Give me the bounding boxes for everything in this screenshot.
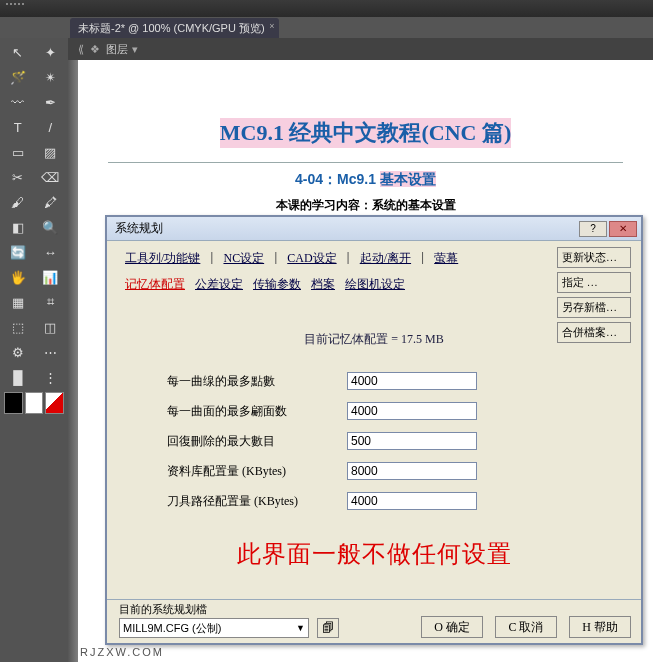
- curvature-tool-icon[interactable]: ✒: [35, 90, 67, 114]
- doc-subnote: 本课的学习内容：系统的基本设置: [108, 197, 623, 214]
- rotate-tool-icon[interactable]: 🔄: [2, 240, 34, 264]
- chevron-down-icon: ▼: [296, 623, 305, 633]
- help-button[interactable]: H 帮助: [569, 616, 631, 638]
- merge-file-button[interactable]: 合併檔案…: [557, 322, 631, 343]
- label-curve-points: 每一曲缐的最多點數: [167, 373, 347, 390]
- selection-tool-icon[interactable]: ↖: [2, 40, 34, 64]
- fill-tool-icon[interactable]: █: [2, 365, 34, 389]
- form-row-toolpath-kb: 刀具路径配置量 (KBytes): [167, 486, 531, 516]
- input-undelete[interactable]: [347, 432, 477, 450]
- tools-panel: ↖ ✦ 🪄 ✴ 〰 ✒ T / ▭ ▨ ✂ ⌫ 🖌 🖍 ◧ 🔍 🔄 ↔ 🖐 📊 …: [0, 38, 68, 662]
- paintbrush-tool-icon[interactable]: 🖌: [2, 190, 34, 214]
- help-button[interactable]: ?: [579, 221, 607, 237]
- stack-icon[interactable]: ❖: [90, 43, 100, 56]
- lasso-tool-icon[interactable]: ✴: [35, 65, 67, 89]
- ok-button[interactable]: O 确定: [421, 616, 483, 638]
- form-row-surface-patches: 每一曲面的最多翩面数: [167, 396, 531, 426]
- tab-comm[interactable]: 传输参数: [253, 276, 301, 293]
- dialog-side-buttons: 更新状态… 指定 … 另存新檔… 合併檔案…: [557, 247, 631, 343]
- tab-memory-active[interactable]: 记忆体配置: [125, 276, 185, 293]
- rectangle-tool-icon[interactable]: ▭: [2, 140, 34, 164]
- mesh-tool-icon[interactable]: ▦: [2, 290, 34, 314]
- chevron-down-icon[interactable]: ▾: [132, 43, 138, 56]
- config-file-label: 目前的系统规划檔: [119, 602, 207, 617]
- input-curve-points[interactable]: [347, 372, 477, 390]
- layers-icon[interactable]: ⟪: [78, 43, 84, 56]
- form-row-curve-points: 每一曲缐的最多點數: [167, 366, 531, 396]
- input-toolpath-kb[interactable]: [347, 492, 477, 510]
- scale-tool-icon[interactable]: ↔: [35, 240, 67, 264]
- perspective-tool-icon[interactable]: ⌗: [35, 290, 67, 314]
- document-tab[interactable]: 未标题-2* @ 100% (CMYK/GPU 预览) ×: [70, 18, 279, 38]
- swatch-white[interactable]: [25, 392, 44, 414]
- graph-tool-icon[interactable]: 📊: [35, 265, 67, 289]
- scissors-tool-icon[interactable]: ✂: [2, 165, 34, 189]
- form-row-undelete: 回復刪除的最大數目: [167, 426, 531, 456]
- input-database-kb[interactable]: [347, 462, 477, 480]
- memory-form: 每一曲缐的最多點數 每一曲面的最多翩面数 回復刪除的最大數目 资料库配置量 (K…: [167, 366, 531, 516]
- label-surface-patches: 每一曲面的最多翩面数: [167, 403, 347, 420]
- symbol-tool-icon[interactable]: ⚙: [2, 340, 34, 364]
- label-database-kb: 资料库配置量 (KBytes): [167, 463, 347, 480]
- toggle-tool-icon[interactable]: ⋮: [35, 365, 67, 389]
- close-icon[interactable]: ×: [269, 21, 274, 31]
- line-tool-icon[interactable]: /: [35, 115, 67, 139]
- watermark: RJZXW.COM: [80, 646, 164, 658]
- divider: [108, 162, 623, 163]
- shape-tool-icon[interactable]: ▨: [35, 140, 67, 164]
- tab-cad-settings[interactable]: CAD设定: [287, 250, 336, 267]
- warning-text: 此界面一般不做任何设置: [107, 538, 641, 570]
- browse-button[interactable]: 🗐: [317, 618, 339, 638]
- panel-title[interactable]: 图层: [106, 42, 128, 57]
- dialog-titlebar[interactable]: 系统规划 ? ✕: [107, 217, 641, 241]
- app-titlebar: [0, 0, 653, 18]
- slice-tool-icon[interactable]: ◫: [35, 315, 67, 339]
- pencil-tool-icon[interactable]: 🖍: [35, 190, 67, 214]
- label-toolpath-kb: 刀具路径配置量 (KBytes): [167, 493, 347, 510]
- tab-screen[interactable]: 萤幕: [434, 250, 458, 267]
- direct-select-tool-icon[interactable]: ✦: [35, 40, 67, 64]
- swatch-black[interactable]: [4, 392, 23, 414]
- label-undelete: 回復刪除的最大數目: [167, 433, 347, 450]
- system-config-dialog: 系统规划 ? ✕ 工具列/功能键| NC设定| CAD设定| 起动/离开| 萤幕…: [105, 215, 643, 645]
- type-tool-icon[interactable]: T: [2, 115, 34, 139]
- color-swatches: [2, 390, 66, 416]
- save-as-button[interactable]: 另存新檔…: [557, 297, 631, 318]
- gradient-tool-icon[interactable]: ◧: [2, 215, 34, 239]
- close-button[interactable]: ✕: [609, 221, 637, 237]
- tab-files[interactable]: 档案: [311, 276, 335, 293]
- zoom-tool-icon[interactable]: 🔍: [35, 215, 67, 239]
- hand-tool-icon[interactable]: 🖐: [2, 265, 34, 289]
- eraser-tool-icon[interactable]: ⌫: [35, 165, 67, 189]
- dialog-footer: 目前的系统规划檔 MILL9M.CFG (公制) ▼ 🗐 O 确定 C 取消 H…: [107, 599, 641, 643]
- form-row-database-kb: 资料库配置量 (KBytes): [167, 456, 531, 486]
- tab-startexit[interactable]: 起动/离开: [360, 250, 411, 267]
- pen-tool-icon[interactable]: 〰: [2, 90, 34, 114]
- tab-title: 未标题-2* @ 100% (CMYK/GPU 预览): [78, 21, 265, 36]
- magic-wand-tool-icon[interactable]: 🪄: [2, 65, 34, 89]
- update-status-button[interactable]: 更新状态…: [557, 247, 631, 268]
- dialog-title: 系统规划: [111, 220, 577, 237]
- doc-subtitle: 4-04：Mc9.1 基本设置: [108, 171, 623, 189]
- input-surface-patches[interactable]: [347, 402, 477, 420]
- tab-nc-settings[interactable]: NC设定: [223, 250, 264, 267]
- config-file-select[interactable]: MILL9M.CFG (公制) ▼: [119, 618, 309, 638]
- tab-tolerance[interactable]: 公差设定: [195, 276, 243, 293]
- doc-main-title: MC9.1 经典中文教程(CNC 篇): [220, 118, 511, 148]
- panel-header: ⟪ ❖ 图层 ▾: [68, 38, 653, 60]
- document-content: MC9.1 经典中文教程(CNC 篇) 4-04：Mc9.1 基本设置 本课的学…: [78, 60, 653, 214]
- more-tools-icon[interactable]: ⋯: [35, 340, 67, 364]
- document-tabs: 未标题-2* @ 100% (CMYK/GPU 预览) ×: [0, 18, 653, 38]
- tab-plotter[interactable]: 绘图机设定: [345, 276, 405, 293]
- cancel-button[interactable]: C 取消: [495, 616, 557, 638]
- select-value: MILL9M.CFG (公制): [123, 621, 221, 636]
- assign-button[interactable]: 指定 …: [557, 272, 631, 293]
- artboard-tool-icon[interactable]: ⬚: [2, 315, 34, 339]
- dialog-body: 工具列/功能键| NC设定| CAD设定| 起动/离开| 萤幕 记忆体配置 公差…: [107, 241, 641, 643]
- tab-toolbars[interactable]: 工具列/功能键: [125, 250, 200, 267]
- swatch-none[interactable]: [45, 392, 64, 414]
